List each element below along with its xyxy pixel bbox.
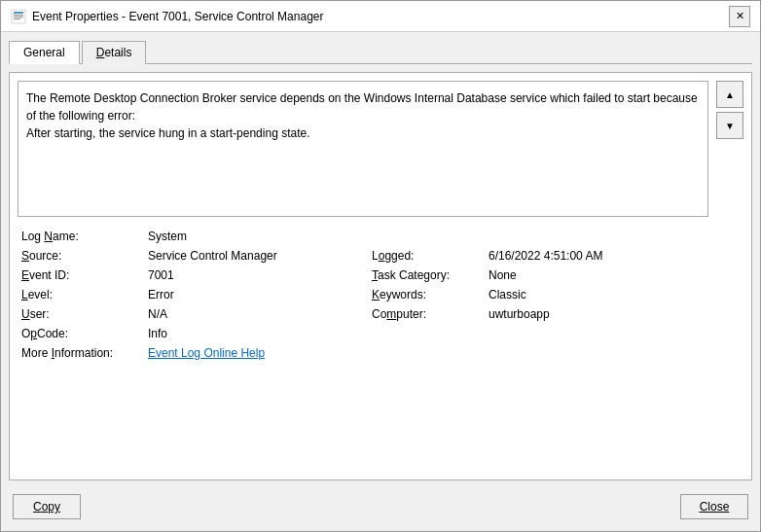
logname-value: System [144, 227, 368, 246]
close-underline: Close [700, 500, 730, 514]
event-properties-dialog: Event Properties - Event 7001, Service C… [0, 0, 761, 532]
opcode-value: Info [144, 324, 368, 343]
copy-underline: Copy [33, 500, 60, 514]
eventid-value: 7001 [144, 266, 368, 285]
dialog-footer: Copy Close [9, 486, 752, 523]
next-event-button[interactable]: ▼ [716, 112, 743, 139]
tab-general-label: General [23, 46, 65, 59]
computer-value: uwturboapp [485, 304, 708, 324]
previous-event-button[interactable]: ▲ [716, 81, 743, 108]
logged-label: Logged: [368, 246, 485, 266]
eventid-label: Event ID: [18, 266, 144, 285]
taskcategory-value: None [485, 266, 708, 285]
moreinfo-label: More Information: [18, 343, 144, 363]
title-bar-left: Event Properties - Event 7001, Service C… [11, 9, 323, 24]
svg-rect-2 [14, 15, 23, 16]
tab-general[interactable]: General [9, 41, 80, 64]
source-value: Service Control Manager [144, 246, 368, 266]
svg-rect-3 [14, 17, 23, 18]
event-icon [11, 9, 26, 24]
taskcategory-label: Task Category: [368, 266, 485, 285]
tab-details[interactable]: Details [82, 41, 147, 64]
dialog-title: Event Properties - Event 7001, Service C… [32, 10, 323, 23]
source-label: Source: [18, 246, 144, 266]
copy-button[interactable]: Copy [13, 494, 81, 519]
close-button[interactable]: Close [680, 494, 748, 519]
left-panel: The Remote Desktop Connection Broker ser… [18, 81, 708, 472]
logname-label: Log Name: [18, 227, 144, 246]
opcode-label: OpCode: [18, 324, 144, 343]
svg-rect-4 [14, 18, 20, 19]
computer-label: Computer: [368, 304, 485, 324]
keywords-value: Classic [485, 285, 708, 304]
tab-details-label: Details [96, 46, 132, 59]
tab-bar: General Details [9, 40, 752, 64]
level-value: Error [144, 285, 368, 304]
user-label: User: [18, 304, 144, 324]
event-log-online-help-link[interactable]: Event Log Online Help [148, 346, 265, 360]
event-details-grid: Log Name: System Source: Service Control… [18, 227, 708, 363]
title-close-button[interactable]: ✕ [729, 6, 750, 27]
keywords-label: Keywords: [368, 285, 485, 304]
logged-value: 6/16/2022 4:51:00 AM [485, 246, 708, 266]
navigation-buttons: ▲ ▼ [712, 81, 743, 472]
moreinfo-value: Event Log Online Help [144, 343, 708, 363]
dialog-content: General Details The Remote Desktop Conne… [1, 32, 760, 531]
event-message: The Remote Desktop Connection Broker ser… [18, 81, 708, 217]
event-message-text: The Remote Desktop Connection Broker ser… [26, 91, 698, 140]
svg-rect-1 [14, 12, 23, 14]
level-label: Level: [18, 285, 144, 304]
up-arrow-icon: ▲ [725, 89, 735, 100]
down-arrow-icon: ▼ [725, 121, 735, 131]
main-panel: The Remote Desktop Connection Broker ser… [9, 72, 752, 480]
user-value: N/A [144, 304, 368, 324]
title-bar: Event Properties - Event 7001, Service C… [1, 1, 760, 32]
